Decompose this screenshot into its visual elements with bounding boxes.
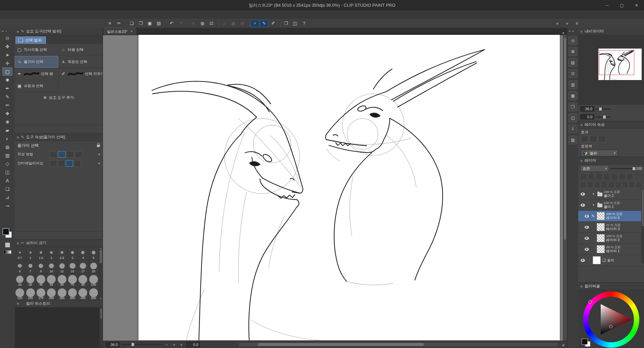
close-button[interactable]: ✕: [629, 0, 644, 10]
color-history-swatch[interactable]: [15, 331, 20, 336]
layer-row[interactable]: ✎ ▾ ❏ 28 % 표준 레이어 1: [578, 244, 644, 255]
toolbar-select-pen-mode[interactable]: ✎: [260, 20, 268, 27]
color-history-swatch[interactable]: [26, 308, 31, 313]
zoom-in-button[interactable]: +: [171, 342, 177, 347]
palette-material-download[interactable]: ⇩: [569, 125, 577, 133]
color-history-swatch[interactable]: [26, 314, 31, 319]
brush-size-cell[interactable]: 8: [36, 260, 46, 274]
expression-color-select[interactable]: 컬러 ▾: [581, 150, 618, 156]
tool-text[interactable]: A: [2, 176, 12, 185]
color-history-swatch[interactable]: [63, 314, 68, 319]
color-history-swatch[interactable]: [20, 308, 25, 313]
color-history-swatch[interactable]: [57, 314, 62, 319]
tool-move[interactable]: ✥: [2, 42, 12, 51]
toolbar-save-file[interactable]: ▣: [146, 20, 154, 27]
brush-size-cell[interactable]: 250: [57, 287, 67, 300]
color-history-swatch[interactable]: [68, 331, 73, 336]
brush-size-cell[interactable]: 40: [36, 274, 46, 287]
color-history-swatch[interactable]: [73, 314, 78, 319]
color-history-swatch[interactable]: [47, 319, 52, 325]
zoom-value[interactable]: 36.0: [106, 342, 120, 347]
navigator-fit-window[interactable]: [631, 106, 636, 112]
effect-layer-color-effect[interactable]: [598, 136, 606, 142]
sv-triangle[interactable]: [583, 291, 639, 348]
status-rotate-right[interactable]: [208, 342, 213, 347]
color-history-swatch[interactable]: [89, 325, 94, 330]
palette-material-3d[interactable]: ▦: [569, 91, 577, 100]
method-select-new[interactable]: [50, 151, 57, 158]
brush-size-cell[interactable]: 500: [89, 287, 99, 300]
toolbar-new-file[interactable]: ❏: [127, 20, 136, 27]
toolbar-workspace-menu[interactable]: ≡: [573, 20, 581, 27]
color-history-swatch[interactable]: [84, 308, 89, 313]
layer-visibility-eye-icon[interactable]: [584, 248, 590, 251]
color-history-swatch[interactable]: [36, 308, 41, 313]
panel-menu-icon[interactable]: ≡: [580, 123, 582, 127]
color-history-swatch[interactable]: [42, 319, 47, 325]
panel-menu-icon[interactable]: ≡: [17, 241, 19, 245]
brush-size-cell[interactable]: 50: [46, 274, 57, 287]
layer-lock-clip-below[interactable]: [580, 173, 587, 180]
toolbar-snap-special-ruler[interactable]: ▦: [229, 20, 237, 27]
brush-size-cell[interactable]: 2: [46, 247, 57, 260]
menu-item[interactable]: [54, 14, 62, 16]
layer-row[interactable]: ✎ ▾ ❏ 100 % 표준 레이어 2: [578, 233, 644, 244]
color-history-swatch[interactable]: [47, 331, 52, 336]
color-history-swatch[interactable]: [57, 342, 62, 347]
color-history-swatch[interactable]: [57, 336, 62, 342]
navigator-zoom-out[interactable]: [619, 106, 625, 112]
color-history-swatch[interactable]: [68, 314, 73, 319]
color-history-swatch[interactable]: [63, 342, 68, 347]
color-history-swatch[interactable]: [57, 325, 62, 330]
color-history-swatch[interactable]: [78, 319, 84, 325]
color-history-swatch[interactable]: [31, 325, 36, 330]
maximize-button[interactable]: ▢: [614, 0, 629, 10]
zoom-out-button[interactable]: −: [164, 342, 169, 347]
color-history-swatch[interactable]: [15, 342, 20, 347]
palette-quick-access[interactable]: ◎: [569, 36, 577, 45]
layer-visibility-eye-icon[interactable]: [584, 226, 590, 229]
color-history-swatch[interactable]: [20, 342, 25, 347]
menu-item[interactable]: [10, 14, 17, 16]
color-history-swatch[interactable]: [94, 325, 99, 330]
brush-size-cell[interactable]: 20: [89, 260, 99, 274]
status-fit-width[interactable]: [224, 342, 229, 347]
color-history-swatch[interactable]: [73, 342, 78, 347]
toolbar-open-file[interactable]: ❐: [137, 20, 145, 27]
toolbar-select-border-on[interactable]: ✓: [251, 20, 259, 27]
color-history-swatch[interactable]: [26, 331, 31, 336]
color-history-swatch[interactable]: [57, 319, 62, 325]
sv-cursor[interactable]: [609, 325, 612, 328]
layer-cmd-flatten[interactable]: [608, 182, 614, 188]
menu-item[interactable]: [62, 14, 69, 16]
color-history-swatch[interactable]: [20, 319, 25, 325]
navigator-actual-size[interactable]: [636, 106, 642, 112]
color-history-swatch[interactable]: [26, 342, 31, 347]
tool-blend[interactable]: ◐: [2, 134, 12, 143]
tool-eraser[interactable]: ▰: [2, 126, 12, 134]
brush-size-cell[interactable]: 5: [89, 247, 99, 260]
brush-size-cell[interactable]: 17: [78, 260, 88, 274]
color-history-swatch[interactable]: [78, 331, 84, 336]
subtool-shrink-select[interactable]: ▣ 슈링크 선택: [15, 80, 59, 92]
toolbar-separator[interactable]: [247, 20, 250, 27]
zoom-step-icon[interactable]: ▪: [179, 342, 184, 347]
layer-row[interactable]: ✎ ▾ ❏ 용지: [578, 255, 644, 266]
tool-balloon[interactable]: ❏: [2, 185, 12, 193]
toolbar-separator[interactable]: [185, 20, 189, 27]
subtool-group-tab-selection[interactable]: 선택 범위: [15, 37, 46, 44]
color-history-swatch[interactable]: [26, 336, 31, 342]
expand-right-icon[interactable]: »: [572, 29, 574, 33]
color-history-swatch[interactable]: [36, 325, 41, 330]
panel-menu-icon[interactable]: ≡: [17, 301, 19, 305]
blend-mode-select[interactable]: 표준 ▾: [580, 165, 609, 172]
layer-row[interactable]: ✎ ▾ ❏ 100 % 표준 레이어 6: [578, 211, 644, 222]
toolbar-object-tool[interactable]: ✑: [115, 20, 123, 27]
aa-aa-strong[interactable]: [74, 160, 81, 167]
brush-size-cell[interactable]: 100: [89, 274, 99, 287]
tool-auto-select[interactable]: ✺: [2, 76, 12, 84]
palette-material-manga[interactable]: ⊡: [569, 69, 577, 78]
color-history-swatch[interactable]: [89, 342, 94, 347]
navigator-thumbnail[interactable]: [598, 49, 642, 80]
method-more-icon[interactable]: ▾: [98, 152, 100, 156]
